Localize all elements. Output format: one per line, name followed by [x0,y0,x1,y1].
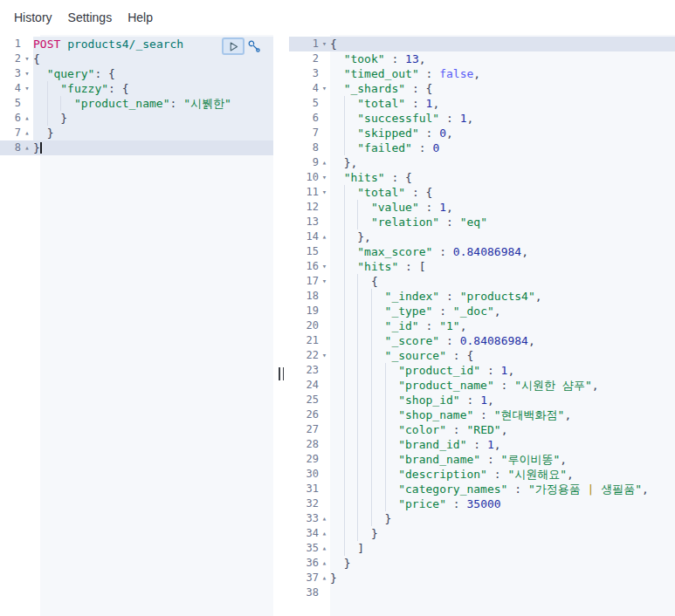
response-line: 7"skipped" : 0, [289,126,675,140]
token-key: "shop_name" [398,408,473,421]
code-text[interactable]: } [330,556,675,571]
code-text[interactable]: "brand_id" : 1, [330,437,675,452]
menu-history[interactable]: History [12,7,54,28]
code-text[interactable]: "product_name" : "시원한 샴푸", [330,378,675,393]
code-text[interactable]: "price" : 35000 [330,496,675,511]
fold-start-icon[interactable]: ▾ [319,274,330,289]
code-text[interactable]: "_score" : 0.84086984, [330,333,675,348]
code-text[interactable]: "color" : "RED", [330,422,675,437]
code-text[interactable]: "_id" : "1", [330,318,675,333]
code-text[interactable]: "total" : { [330,185,675,200]
response-editor[interactable]: 1▾{2"took" : 13,3"timed_out" : false,4▾"… [289,35,675,616]
menu-settings[interactable]: Settings [66,7,114,28]
fold-end-icon[interactable]: ▴ [21,111,33,126]
fold-end-icon[interactable]: ▴ [21,140,33,155]
fold-gutter [21,96,33,111]
code-text[interactable]: "product_name": "시뷁한" [33,96,273,111]
send-request-button[interactable] [222,38,245,55]
code-text[interactable]: "_type" : "_doc", [330,304,675,318]
code-text[interactable]: "category_names" : "가정용품 | 생필품", [330,482,675,496]
code-text[interactable]: "failed" : 0 [330,140,675,155]
code-text[interactable]: "product_id" : 1, [330,363,675,378]
code-text[interactable]: "max_score" : 0.84086984, [330,244,675,259]
indent-guide [357,482,371,496]
code-text[interactable]: "_source" : { [330,348,675,363]
code-text[interactable]: } [33,126,273,140]
code-text[interactable]: { [330,274,675,289]
fold-start-icon[interactable]: ▾ [319,348,330,363]
token-str: "_doc" [453,305,494,318]
code-text[interactable]: "description" : "시원해요", [330,467,675,482]
indent-guide [385,482,399,496]
token-str: "products4" [460,290,535,303]
code-text[interactable]: }, [330,229,675,244]
fold-start-icon[interactable]: ▾ [21,81,33,96]
indent-guide [357,511,371,526]
code-text[interactable]: "took" : 13, [330,51,675,66]
line-number: 8 [0,140,21,155]
token-num: 1 [439,201,446,214]
response-line: 10▾"hits" : { [289,170,675,185]
code-text[interactable]: "relation" : "eq" [330,215,675,229]
code-text[interactable]: "skipped" : 0, [330,126,675,140]
indent-guide [344,422,358,437]
fold-gutter [319,393,330,407]
code-text[interactable]: { [330,37,675,51]
fold-end-icon[interactable]: ▴ [319,511,330,526]
code-text[interactable] [330,585,675,600]
code-text[interactable]: } [33,140,273,155]
indent-guide [371,437,385,452]
code-text[interactable]: "brand_name" : "루이비똥", [330,452,675,467]
code-text[interactable]: "shop_id" : 1, [330,393,675,407]
code-text[interactable]: "query": { [33,66,273,81]
code-text[interactable]: } [330,511,675,526]
code-text[interactable]: "hits" : { [330,170,675,185]
code-text[interactable]: "fuzzy": { [33,81,273,96]
indent-guide [344,348,358,363]
request-options-button[interactable] [246,38,262,54]
fold-start-icon[interactable]: ▾ [319,37,330,51]
code-text[interactable]: } [330,571,675,585]
fold-start-icon[interactable]: ▾ [21,51,33,66]
fold-end-icon[interactable]: ▴ [319,155,330,170]
code-text[interactable]: "hits" : [ [330,259,675,274]
token-punct: }, [357,230,371,243]
code-text[interactable]: "_index" : "products4", [330,289,675,304]
fold-end-icon[interactable]: ▴ [319,229,330,244]
code-text[interactable]: }, [330,155,675,170]
fold-end-icon[interactable]: ▴ [319,556,330,571]
fold-start-icon[interactable]: ▾ [319,81,330,96]
fold-start-icon[interactable]: ▾ [319,185,330,200]
code-text[interactable]: "_shards" : { [330,81,675,96]
code-text[interactable]: "timed_out" : false, [330,66,675,81]
menu-help[interactable]: Help [126,7,155,28]
fold-start-icon[interactable]: ▾ [319,170,330,185]
panel-resizer[interactable] [273,35,289,616]
indent-guide [371,422,385,437]
token-key: "product_name" [398,379,494,392]
indent-guide [344,229,358,244]
indent-space [330,289,344,304]
fold-end-icon[interactable]: ▴ [21,126,33,140]
code-text[interactable]: } [33,111,273,126]
code-text[interactable]: "total" : 1, [330,96,675,111]
fold-end-icon[interactable]: ▴ [319,541,330,556]
token-key: "color" [398,423,446,436]
code-text[interactable]: ] [330,541,675,556]
token-punct: : [466,438,486,451]
response-line: 33▴} [289,511,675,526]
token-key: "product_id" [398,364,480,377]
request-editor[interactable]: 1POST products4/_search2▾{3▾"query": {4▾… [0,35,273,616]
fold-end-icon[interactable]: ▴ [319,526,330,541]
code-text[interactable]: } [330,526,675,541]
token-str: "1" [439,319,459,332]
code-text[interactable]: "successful" : 1, [330,111,675,126]
token-punct: , [560,453,567,466]
indent-guide [47,111,61,126]
token-punct: : { [446,349,473,362]
code-text[interactable]: "shop_name" : "현대백화점", [330,407,675,422]
code-text[interactable]: "value" : 1, [330,200,675,215]
fold-start-icon[interactable]: ▾ [319,259,330,274]
fold-start-icon[interactable]: ▾ [21,66,33,81]
fold-end-icon[interactable]: ▴ [319,571,330,585]
